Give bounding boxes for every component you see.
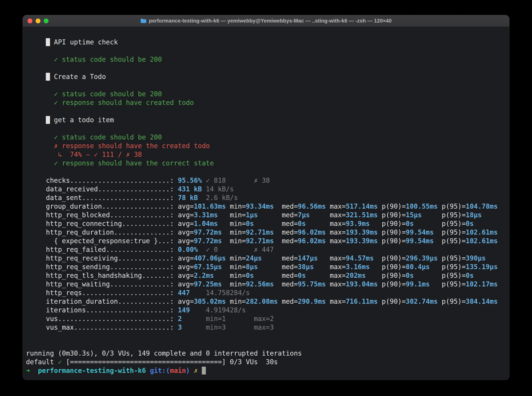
- terminal-text-segment: 102.17ms: [466, 280, 498, 288]
- terminal-text-segment: min=: [230, 272, 246, 280]
- terminal-text-segment: 92.71ms: [246, 228, 282, 236]
- window-title-area: performance-testing-with-k6 — yemiwebby@…: [23, 18, 509, 24]
- terminal-text-segment: avg=: [178, 280, 194, 288]
- terminal-text-segment: 0s: [466, 220, 474, 227]
- terminal-text-segment: 92.56ms: [246, 280, 282, 288]
- terminal-text-segment: data_received..................:: [26, 185, 178, 193]
- terminal-text-segment: max=: [330, 254, 346, 262]
- terminal-text-segment: 3.16ms: [346, 263, 382, 271]
- terminal-text-segment: vus............................:: [26, 315, 178, 323]
- terminal-text-segment: p(90)=: [382, 237, 406, 245]
- terminal-text-segment: 384.14ms: [466, 297, 498, 305]
- terminal-text-segment: 15µs: [406, 211, 442, 219]
- terminal-text-segment: max=: [330, 297, 346, 305]
- zoom-button[interactable]: [44, 18, 48, 23]
- terminal-line: [26, 107, 508, 116]
- terminal-text-segment: p(95)=: [442, 237, 466, 245]
- terminal-text-segment: 80.4µs: [406, 263, 442, 271]
- terminal-text-segment: 97.72ms: [194, 237, 230, 245]
- terminal-text-segment: avg=: [178, 263, 194, 271]
- terminal-text-segment: med=: [282, 280, 298, 288]
- close-button[interactable]: [28, 18, 32, 23]
- terminal-text-segment: max=2: [254, 315, 274, 323]
- terminal-line: default ✓ [=============================…: [26, 358, 508, 366]
- terminal-text-segment: med=: [282, 272, 298, 280]
- terminal-text-segment: [190, 367, 194, 374]
- terminal-text-segment: max=: [330, 211, 346, 219]
- terminal-text-segment: { expected_response:true }...:: [26, 237, 178, 245]
- terminal-text-segment: ✓ 0: [206, 246, 254, 253]
- terminal-text-segment: p(95)=: [442, 272, 466, 280]
- terminal-line: http_req_receiving.............: avg=407…: [26, 254, 508, 262]
- folder-icon: [140, 18, 146, 23]
- terminal-text-segment: med=: [282, 202, 298, 210]
- window-title: performance-testing-with-k6 — yemiwebby@…: [149, 18, 392, 24]
- terminal-text-segment: 431 kB: [178, 185, 206, 193]
- terminal-text-segment: avg=: [178, 254, 194, 262]
- terminal-text-segment: max=: [330, 272, 346, 280]
- git-branch: main: [170, 367, 186, 374]
- terminal-text-segment: p(90)=: [382, 211, 406, 219]
- terminal-text-segment: med=: [282, 263, 298, 271]
- terminal-text-segment: 93.9ms: [346, 220, 382, 227]
- terminal-line: [26, 47, 508, 55]
- terminal-text-segment: ↳ 74% — ✓ 111 / ✗ 38: [26, 151, 142, 158]
- terminal-line: http_req_connecting............: avg=1.0…: [26, 219, 508, 228]
- terminal-text-segment: ✓ 818: [206, 176, 254, 184]
- terminal-text-segment: 1µs: [246, 211, 282, 219]
- terminal-line: http_req_sending...............: avg=67.…: [26, 262, 508, 271]
- terminal-text-segment: 0s: [406, 272, 442, 280]
- terminal-line: █ API uptime check: [26, 38, 508, 47]
- terminal-text-segment: 67.15µs: [194, 263, 230, 271]
- terminal-line: { expected_response:true }...: avg=97.72…: [26, 237, 508, 245]
- terminal-text-segment: 96.02ms: [298, 237, 330, 245]
- terminal-text-segment: 97.25ms: [194, 280, 230, 288]
- prompt-directory: performance-testing-with-k6: [38, 367, 146, 374]
- terminal-text-segment: min=3: [206, 323, 254, 331]
- terminal-text-segment: 2: [178, 315, 206, 323]
- terminal-text-segment: iteration_duration.............:: [26, 297, 178, 305]
- terminal-text-segment: 99.1ms: [406, 280, 442, 288]
- terminal-text-segment: med=: [282, 220, 298, 227]
- terminal-line: [26, 64, 508, 72]
- terminal-text-segment: 102.61ms: [466, 228, 498, 236]
- terminal-text-segment: ✓ response should have the correct state: [26, 159, 214, 167]
- desktop-background: performance-testing-with-k6 — yemiwebby@…: [0, 0, 532, 396]
- prompt-line: ➜ performance-testing-with-k6 git:(main)…: [26, 366, 508, 375]
- terminal-text-segment: 100.55ms: [406, 202, 442, 210]
- title-bar[interactable]: performance-testing-with-k6 — yemiwebby@…: [23, 15, 509, 27]
- terminal-text-segment: 99.54ms: [406, 228, 442, 236]
- terminal-text-segment: 92.71ms: [246, 237, 282, 245]
- terminal-line: [26, 340, 508, 349]
- terminal-text-segment: ✓ status code should be 200: [26, 90, 162, 98]
- terminal-line: [26, 168, 508, 176]
- terminal-text-segment: 202ms: [346, 272, 382, 280]
- terminal-text-segment: 305.02ms: [194, 297, 230, 305]
- terminal-text-segment: max=: [330, 220, 346, 227]
- terminal-text-segment: min=: [230, 228, 246, 236]
- terminal-text-segment: min=: [230, 237, 246, 245]
- terminal-text-segment: max=: [330, 228, 346, 236]
- terminal-line: █ Create a Todo: [26, 72, 508, 81]
- terminal-line: http_req_blocked...............: avg=3.3…: [26, 211, 508, 219]
- git-suffix: ): [186, 367, 190, 374]
- terminal-text-segment: 716.11ms: [346, 297, 382, 305]
- terminal-text-segment: 302.74ms: [406, 297, 442, 305]
- terminal-text-segment: min=: [230, 211, 246, 219]
- terminal-text-segment: http_req_waiting...............:: [26, 280, 178, 288]
- terminal-output[interactable]: █ API uptime check ✓ status code should …: [23, 27, 509, 375]
- terminal-text-segment: 97.72ms: [194, 228, 230, 236]
- cursor: [202, 367, 206, 374]
- terminal-text-segment: 18µs: [466, 211, 482, 219]
- terminal-line: ↳ 74% — ✓ 111 / ✗ 38: [26, 150, 508, 159]
- terminal-text-segment: [198, 367, 202, 374]
- terminal-line: iteration_duration.............: avg=305…: [26, 297, 508, 306]
- terminal-text-segment: 193.04ms: [346, 280, 382, 288]
- terminal-text-segment: max=: [330, 263, 346, 271]
- git-prefix: git:(: [150, 367, 170, 374]
- terminal-text-segment: ✓ response should have created todo: [26, 99, 194, 106]
- terminal-text-segment: ✗ response should have the created todo: [26, 142, 210, 150]
- terminal-text-segment: data_sent......................:: [26, 194, 178, 202]
- minimize-button[interactable]: [36, 18, 41, 23]
- terminal-text-segment: 282.08ms: [246, 297, 282, 305]
